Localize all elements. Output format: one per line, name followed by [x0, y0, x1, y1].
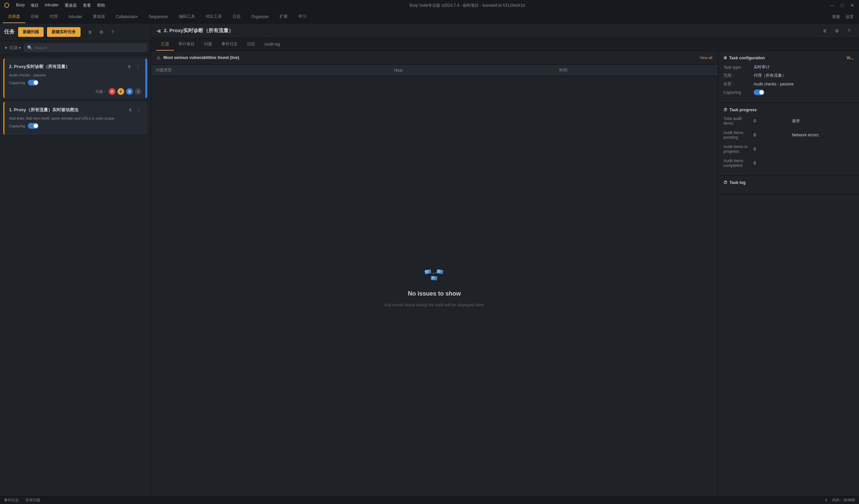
nav-tab-sequencer[interactable]: Sequencer: [143, 11, 174, 23]
menu-burp[interactable]: Burp: [16, 3, 25, 9]
tab-summary[interactable]: 汇总: [156, 38, 174, 51]
inprogress-label: Audit items in progress:: [723, 144, 754, 154]
new-scan-button[interactable]: 新建扫描: [18, 27, 44, 37]
task-card-1-header: 2. Proxy实时诊断（所有流量） ⏸ ⋮: [9, 63, 141, 70]
close-button[interactable]: ✕: [849, 3, 855, 8]
requests-label: 请求: [792, 118, 800, 124]
total-audit-row: Total audit items: 0: [723, 116, 785, 126]
task-1-pause-button[interactable]: ⏸: [125, 63, 133, 70]
col-issue-type: 问题类型: [151, 65, 389, 76]
task-progress-title-text: Task progress: [729, 108, 757, 112]
title-bar-menu: Burp 项目 Intruder 重放器 查看 帮助: [16, 3, 105, 9]
nav-tab-logger[interactable]: 日志: [227, 11, 246, 23]
search-input[interactable]: [34, 46, 144, 50]
task-1-badge-critical: 0: [109, 88, 116, 95]
total-audit-value: 0: [754, 119, 756, 123]
task-type-value: 实时审计: [754, 64, 770, 70]
task-type-row: Task type: 实时审计: [723, 64, 854, 70]
status-memory: 内存：364MB: [832, 498, 855, 503]
empty-title: No issues to show: [408, 290, 461, 297]
search-nav-label[interactable]: 搜索: [832, 14, 840, 20]
issues-table-container: 问题类型 Host 时间: [151, 65, 718, 76]
menu-project[interactable]: 项目: [31, 3, 39, 9]
capturing-toggle[interactable]: [754, 90, 764, 95]
task-1-issues: 问题： 0 0 0 0: [9, 88, 141, 95]
task-config-view-link[interactable]: Vi...: [847, 56, 854, 60]
nav-tab-dashboard[interactable]: 仪表盘: [3, 11, 26, 23]
settings-all-button[interactable]: ⚙: [97, 28, 106, 37]
col-host: Host: [389, 65, 555, 76]
tab-audit-items[interactable]: 审计条目: [174, 38, 199, 51]
task-2-pause-button[interactable]: ⏸: [126, 106, 134, 114]
settings-value: Audit checks - passive: [754, 82, 794, 86]
network-errors-label: Network errors:: [792, 133, 819, 137]
svg-rect-15: [433, 279, 434, 280]
col-time: 时间: [555, 65, 718, 76]
new-live-task-button[interactable]: 新建实时任务: [47, 27, 80, 37]
task-1-badge-info: 0: [135, 88, 141, 95]
nav-tab-repeater[interactable]: 重放器: [88, 11, 110, 23]
app-logo: ⬡: [4, 2, 10, 9]
view-all-link[interactable]: View all: [699, 56, 712, 60]
nav-tab-collaborator[interactable]: Collaborator: [110, 11, 143, 23]
menu-help[interactable]: 帮助: [97, 3, 105, 9]
task-1-info: Audit checks - passive: [9, 73, 141, 77]
tab-event-log[interactable]: 事件日志: [217, 38, 242, 51]
svg-rect-7: [438, 270, 439, 271]
maximize-button[interactable]: □: [840, 3, 845, 8]
search-box: 🔍: [24, 44, 147, 52]
left-toolbar: 任务 新建扫描 新建实时任务 ⏸ ⚙ ?: [0, 23, 151, 41]
tab-issues[interactable]: 问题: [199, 38, 217, 51]
task-card-2[interactable]: 1. Proxy（所有流量）实时被动爬虫 ⏸ ⋮ Add links. Add …: [3, 101, 147, 135]
nav-bar: 仪表盘 目标 代理 Intruder 重放器 Collaborator Sequ…: [0, 11, 859, 23]
nav-tab-encoder[interactable]: 编码工具: [174, 11, 200, 23]
task-2-info: Add links. Add item itself, same domain …: [9, 116, 142, 120]
content-help-button[interactable]: ?: [844, 26, 854, 35]
menu-repeater[interactable]: 重放器: [65, 3, 77, 9]
nav-tab-learn[interactable]: 学习: [293, 11, 312, 23]
minimize-button[interactable]: ─: [829, 3, 835, 8]
task-log-icon: ⏱: [723, 180, 727, 185]
nav-tab-extensions[interactable]: 扩展: [274, 11, 293, 23]
status-event-log[interactable]: 事件日志: [4, 498, 19, 503]
nav-tab-target[interactable]: 目标: [26, 11, 44, 23]
nav-tab-intruder[interactable]: Intruder: [63, 11, 88, 23]
task-1-badge-medium: 0: [126, 88, 133, 95]
search-icon: 🔍: [27, 45, 32, 50]
pause-all-button[interactable]: ⏸: [85, 28, 95, 37]
content-gear-button[interactable]: ⚙: [832, 26, 842, 35]
help-button[interactable]: ?: [108, 28, 118, 37]
left-filter: ▼ 过滤 ▾ 🔍: [0, 41, 151, 55]
svg-rect-12: [432, 277, 433, 278]
task-2-more-button[interactable]: ⋮: [135, 106, 142, 114]
task-config-section: ⚙ Task configuration Vi... Task type: 实时…: [718, 51, 859, 103]
task-1-toggle[interactable]: [28, 80, 39, 85]
task-card-1[interactable]: 2. Proxy实时诊断（所有流量） ⏸ ⋮ Audit checks - pa…: [3, 58, 147, 98]
content-pause-button[interactable]: ⏸: [820, 26, 829, 35]
issues-header-text: Most serious vulnerabilities found (live…: [163, 55, 699, 60]
task-1-more-button[interactable]: ⋮: [134, 63, 141, 70]
nav-tab-proxy[interactable]: 代理: [44, 11, 63, 23]
status-info-icon: ℹ: [826, 498, 827, 502]
task-config-title: ⚙ Task configuration Vi...: [723, 56, 854, 60]
empty-state: No issues to show Any issues found durin…: [151, 76, 718, 496]
tab-audit-log[interactable]: Audit log: [260, 38, 285, 51]
tab-logger[interactable]: 日志: [242, 38, 260, 51]
settings-label: 设置：: [723, 81, 754, 87]
completed-label: Audit items completed:: [723, 158, 754, 168]
left-panel: 任务 新建扫描 新建实时任务 ⏸ ⚙ ? ▼ 过滤 ▾ 🔍: [0, 23, 151, 496]
status-all-issues[interactable]: 所有问题: [26, 498, 40, 503]
filter-toggle[interactable]: ▼ 过滤 ▾: [4, 45, 21, 51]
svg-rect-14: [432, 278, 433, 280]
task-type-label: Task type:: [723, 65, 754, 70]
nav-tab-organizer[interactable]: Organizer: [246, 11, 274, 23]
menu-view[interactable]: 查看: [83, 3, 91, 9]
status-bar-right: ℹ 内存：364MB: [826, 498, 855, 503]
task-2-toggle[interactable]: [28, 123, 39, 129]
settings-nav-label[interactable]: 设置: [846, 14, 854, 20]
back-button[interactable]: ◀: [156, 28, 161, 34]
menu-intruder[interactable]: Intruder: [45, 3, 58, 9]
nav-tab-compare[interactable]: 对比工具: [200, 11, 227, 23]
scope-value: 代理（所有流量）: [754, 73, 786, 78]
issues-header: ⚠ Most serious vulnerabilities found (li…: [151, 51, 718, 65]
